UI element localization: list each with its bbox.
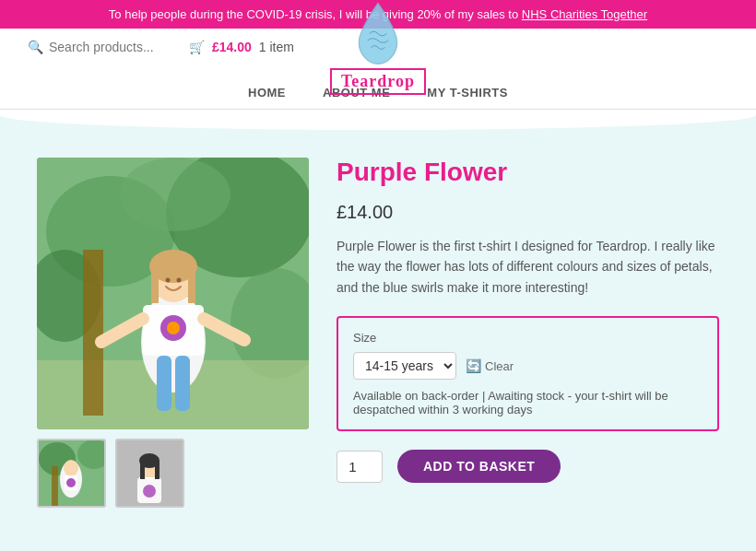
- svg-point-21: [177, 278, 182, 283]
- main-content: Purple Flower £14.00 Purple Flower is th…: [0, 130, 756, 535]
- size-select-row: 3-4 years 5-6 years 7-8 years 9-10 years…: [353, 352, 703, 380]
- nav-tshirts[interactable]: MY T-SHIRTS: [427, 86, 508, 100]
- thumbnail-2[interactable]: [115, 439, 184, 508]
- thumbnail-1[interactable]: [37, 439, 106, 508]
- product-title: Purple Flower: [337, 158, 719, 187]
- search-input[interactable]: [49, 40, 169, 54]
- product-description: Purple Flower is the first t-shirt I des…: [337, 236, 719, 298]
- cart-icon: 🛒: [189, 40, 205, 54]
- size-label: Size: [353, 331, 703, 345]
- svg-rect-19: [175, 356, 190, 411]
- cart-count: 1 item: [259, 40, 294, 54]
- svg-point-33: [143, 485, 156, 498]
- stock-message: Available on back-order | Awaiting stock…: [353, 389, 703, 416]
- thumb1-svg: [39, 440, 104, 506]
- svg-point-15: [167, 322, 180, 334]
- cart-area[interactable]: 🛒 £14.00 1 item: [189, 40, 294, 54]
- banner-text: To help people during the COVID-19 crisi…: [109, 7, 522, 21]
- svg-rect-18: [157, 356, 171, 411]
- logo[interactable]: Teardrop: [330, 0, 426, 95]
- logo-text: Teardrop: [330, 68, 426, 95]
- product-images: [37, 158, 309, 508]
- thumb2-svg: [117, 440, 183, 506]
- svg-rect-25: [52, 466, 58, 506]
- quantity-input[interactable]: [337, 451, 383, 483]
- size-selection-box: Size 3-4 years 5-6 years 7-8 years 9-10 …: [337, 316, 719, 431]
- svg-rect-12: [188, 266, 195, 303]
- banner-link[interactable]: NHS Charities Together: [522, 7, 647, 21]
- teardrop-logo-icon: [350, 0, 406, 68]
- svg-point-20: [166, 278, 171, 283]
- svg-rect-7: [83, 250, 103, 416]
- cart-price: £14.00: [212, 40, 252, 54]
- svg-point-3: [120, 158, 230, 231]
- svg-point-29: [66, 478, 76, 487]
- product-info: Purple Flower £14.00 Purple Flower is th…: [337, 158, 719, 508]
- svg-rect-36: [155, 461, 159, 479]
- product-image-svg: [37, 158, 309, 429]
- size-select[interactable]: 3-4 years 5-6 years 7-8 years 9-10 years…: [353, 352, 456, 380]
- svg-point-27: [64, 460, 78, 476]
- svg-rect-11: [151, 266, 159, 303]
- search-area[interactable]: 🔍: [28, 40, 169, 54]
- add-to-basket-button[interactable]: ADD TO BASKET: [397, 450, 561, 483]
- clear-button[interactable]: 🔄 Clear: [466, 358, 514, 373]
- wave-separator: [0, 110, 756, 130]
- svg-rect-35: [140, 461, 145, 479]
- product-thumbnails: [37, 439, 309, 508]
- header-left: 🔍 🛒 £14.00 1 item: [28, 40, 294, 54]
- clear-label: Clear: [485, 359, 514, 373]
- main-product-image[interactable]: [37, 158, 309, 429]
- add-to-basket-row: ADD TO BASKET: [337, 450, 719, 483]
- main-image-bg: [37, 158, 309, 429]
- search-icon: 🔍: [28, 40, 43, 54]
- refresh-icon: 🔄: [466, 358, 481, 373]
- header: 🔍 🛒 £14.00 1 item Teardrop: [0, 29, 756, 65]
- nav-home[interactable]: HOME: [248, 86, 286, 100]
- product-price: £14.00: [337, 202, 719, 223]
